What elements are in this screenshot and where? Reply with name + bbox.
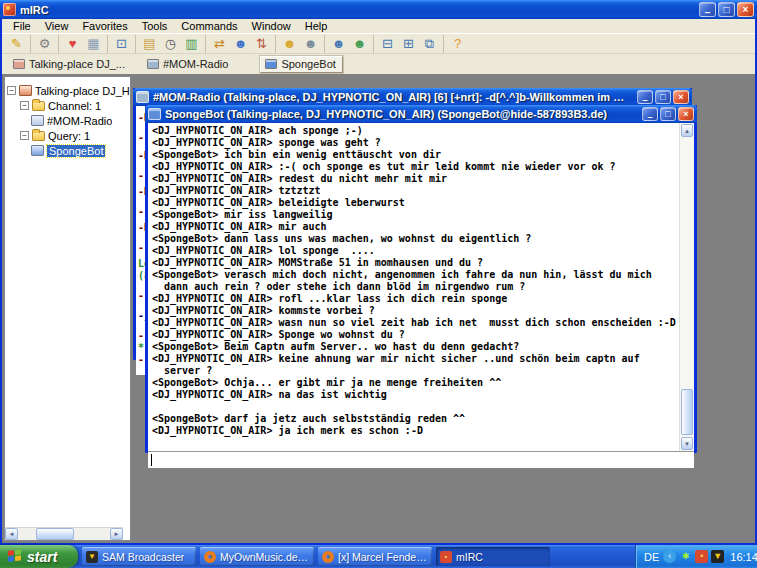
mirc-tray-icon[interactable]: • (695, 550, 708, 563)
find-user-icon[interactable]: ☻ (300, 35, 321, 53)
query-window-titlebar[interactable]: SpongeBot (Talking-place, DJ_HYPNOTIC_ON… (145, 105, 697, 123)
chat-line (152, 401, 679, 413)
window-tab-icon (13, 59, 25, 69)
close-button[interactable]: × (737, 2, 754, 17)
menu-item[interactable]: Favorites (75, 19, 134, 33)
chat-user-icon[interactable]: ☻ (230, 35, 251, 53)
tree-item-query-folder[interactable]: − Query: 1 (5, 128, 130, 143)
collapse-icon[interactable]: − (7, 86, 16, 95)
menu-item[interactable]: Tools (135, 19, 175, 33)
main-titlebar[interactable]: mIRC – □ × (0, 0, 757, 19)
windows-logo-icon (8, 549, 22, 563)
cascade-icon[interactable]: ⧉ (419, 35, 440, 53)
restore-button[interactable]: □ (718, 2, 735, 17)
chat-line: server ? (152, 365, 679, 377)
menu-item[interactable]: Window (245, 19, 298, 33)
switchbar-tab[interactable]: Talking-place DJ_... (9, 57, 131, 72)
taskbar-task-button[interactable]: ▼ SAM Broadcaster (82, 547, 196, 566)
maximize-button[interactable]: □ (660, 107, 676, 121)
channel-window-titlebar[interactable]: #MOM-Radio (Talking-place, DJ_HYPNOTIC_O… (133, 88, 692, 106)
scrollbar-thumb[interactable] (681, 389, 693, 435)
taskbar-task-button[interactable]: • mIRC (436, 547, 550, 566)
messenger-tray-icon[interactable]: ✱ (679, 550, 692, 563)
scroll-left-button[interactable]: ◄ (5, 528, 18, 540)
task-button-area: ▼ SAM Broadcaster ● MyOwnMusic.de - 'ca.… (82, 547, 550, 566)
tile-vertical-icon[interactable]: ⊞ (398, 35, 419, 53)
workspace: − Talking-place DJ_HYPNOT − Channel: 1 #… (2, 74, 755, 543)
tree-item-channel-folder[interactable]: − Channel: 1 (5, 98, 130, 113)
taskbar-task-button[interactable]: ● [x] Marcel Fendel - Q... (318, 547, 432, 566)
chat-line: <DJ_HYPNOTIC_ON_AIR> mir auch (152, 221, 679, 233)
maximize-button[interactable]: □ (655, 90, 671, 104)
menu-item[interactable]: File (6, 19, 38, 33)
close-button[interactable]: × (673, 90, 689, 104)
menu-item[interactable]: View (38, 19, 76, 33)
query-window-icon[interactable]: ⊡ (107, 35, 132, 53)
window-tab-icon (265, 59, 277, 69)
chat-input[interactable] (148, 451, 694, 468)
chat-line: <SpongeBot> Ochja... er gibt mir ja ne m… (152, 377, 679, 389)
language-indicator[interactable]: DE (644, 551, 659, 563)
chat-line: <SpongeBot> Beim Captn aufm Server.. wo … (152, 341, 679, 353)
address-book-icon[interactable]: ▤ (135, 35, 160, 53)
chat-line: <DJ_HYPNOTIC_ON_AIR> rofl ...klar lass i… (152, 293, 679, 305)
tree-item-query[interactable]: SpongeBot (5, 143, 130, 158)
connect-icon[interactable]: ✎ (6, 35, 27, 53)
tree-item-channel[interactable]: #MOM-Radio (5, 113, 130, 128)
channel-window-icon (31, 115, 44, 126)
taskbar-task-button[interactable]: ● MyOwnMusic.de - 'ca... (200, 547, 314, 566)
dcc-send-icon[interactable]: ⇄ (205, 35, 230, 53)
start-button[interactable]: start (0, 545, 78, 568)
chat-line: <SpongeBot> darf ja jetz auch selbststän… (152, 413, 679, 425)
chat-vertical-scrollbar[interactable]: ▲ ▼ (679, 123, 694, 451)
minimize-button[interactable]: – (699, 2, 716, 17)
menu-item[interactable]: Help (298, 19, 335, 33)
notify-list-icon[interactable]: ☻ (324, 35, 349, 53)
tree-item-server[interactable]: − Talking-place DJ_HYPNOT (5, 83, 130, 98)
chat-line: <DJ_HYPNOTIC_ON_AIR> sponge was geht ? (152, 137, 679, 149)
scrollbar-thumb[interactable] (36, 528, 74, 540)
window-tab-icon (147, 59, 159, 69)
help-icon[interactable]: ? (443, 35, 468, 53)
chat-line: <SpongeBot> ich bin ein wenig enttäuscht… (152, 149, 679, 161)
sam-tray-icon[interactable]: ▼ (711, 550, 724, 563)
switchbar-tab[interactable]: SpongeBot (260, 56, 342, 73)
scroll-down-button[interactable]: ▼ (681, 437, 693, 450)
minimize-button[interactable]: – (637, 90, 653, 104)
timer-icon[interactable]: ◷ (160, 35, 181, 53)
folder-icon (32, 101, 45, 111)
users-icon[interactable]: ☻ (275, 35, 300, 53)
clock[interactable]: 16:14 (730, 551, 757, 563)
web-user-icon[interactable]: ☻ (349, 35, 370, 53)
server-window-icon (19, 85, 32, 96)
user-transfer-icon[interactable]: ⇅ (251, 35, 272, 53)
collapse-icon[interactable]: − (20, 101, 29, 110)
main-window-title: mIRC (20, 4, 695, 16)
tab-label: SpongeBot (281, 58, 335, 70)
menu-item[interactable]: Commands (174, 19, 244, 33)
scripts-editor-icon[interactable]: ▥ (181, 35, 202, 53)
query-window-spongebot[interactable]: SpongeBot (Talking-place, DJ_HYPNOTIC_ON… (145, 105, 697, 453)
minimize-button[interactable]: – (642, 107, 658, 121)
collapse-icon[interactable]: − (20, 131, 29, 140)
channels-list-icon[interactable]: ▦ (83, 35, 104, 53)
chat-line: <SpongeBot> mir iss langweilig (152, 209, 679, 221)
chat-text-fragment: - (138, 206, 144, 217)
close-button[interactable]: × (678, 107, 694, 121)
tile-horizontal-icon[interactable]: ⊟ (373, 35, 398, 53)
chat-text-fragment: * (138, 342, 144, 353)
channel-window-title: #MOM-Radio (Talking-place, DJ_HYPNOTIC_O… (153, 91, 633, 103)
chat-line: dann auch rein ? oder stehe ich dann blö… (152, 281, 679, 293)
tree-horizontal-scrollbar[interactable]: ◄ ► (5, 527, 123, 540)
task-app-icon: • (440, 551, 452, 563)
hide-icons-arrow-icon[interactable]: ‹ (663, 550, 676, 563)
tab-label: Talking-place DJ_... (29, 58, 125, 70)
scroll-right-button[interactable]: ► (110, 528, 123, 540)
query-window-client: <DJ_HYPNOTIC_ON_AIR> ach sponge ;-) <DJ_… (148, 123, 694, 468)
task-app-icon: ● (204, 551, 216, 563)
switchbar: Talking-place DJ_... #MOM-Radio SpongeBo… (2, 55, 755, 74)
favorites-icon[interactable]: ♥ (58, 35, 83, 53)
scroll-up-button[interactable]: ▲ (681, 124, 693, 137)
options-icon[interactable]: ⚙ (30, 35, 55, 53)
switchbar-tab[interactable]: #MOM-Radio (143, 57, 234, 72)
